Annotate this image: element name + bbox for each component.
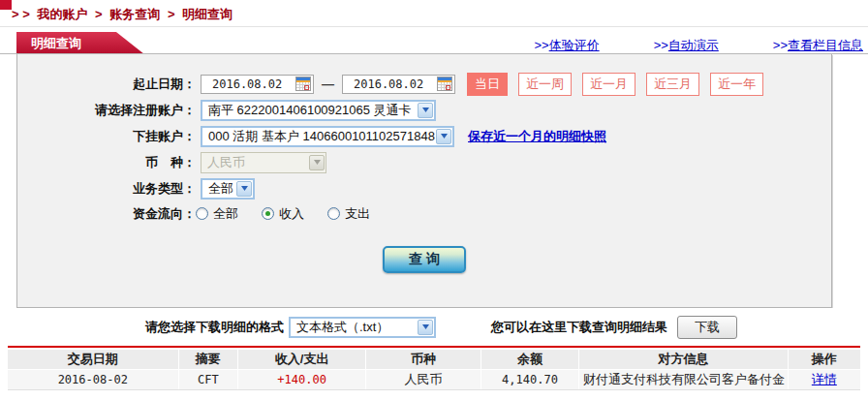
fund-flow-option-income[interactable]: 收入 <box>262 205 304 223</box>
divider <box>0 26 868 27</box>
link-column-info[interactable]: >>查看栏目信息 <box>773 37 863 54</box>
start-date-value: 2016.08.02 <box>212 77 282 91</box>
page: > > 我的账户 > 账务查询 > 明细查询 明细查询 >>体验评价 >>自动演… <box>0 0 868 400</box>
detail-link[interactable]: 详情 <box>812 372 837 386</box>
currency-label: 币 种： <box>17 154 196 171</box>
date-range-label: 起止日期： <box>17 76 196 93</box>
quick-today-button[interactable]: 当日 <box>467 73 508 96</box>
currency-value: 人民币 <box>202 154 251 171</box>
save-snapshot-link[interactable]: 保存近一个月的明细快照 <box>468 128 606 145</box>
registered-account-label: 请选择注册账户： <box>17 102 196 119</box>
header-links: >>体验评价 >>自动演示 >>查看栏目信息 <box>534 37 863 54</box>
breadcrumb-item-my-account[interactable]: 我的账户 <box>37 7 87 21</box>
radio-icon <box>327 207 340 220</box>
currency-select: 人民币 <box>201 152 326 173</box>
business-type-row: 业务类型： 全部 <box>17 175 831 201</box>
radio-icon <box>196 207 208 220</box>
tab-detail-query[interactable]: 明细查询 <box>16 32 144 54</box>
download-format-select[interactable]: 文本格式（.txt） <box>289 317 436 338</box>
quick-week-button[interactable]: 近一周 <box>518 73 572 96</box>
currency-row: 币 种： 人民币 <box>17 149 831 175</box>
registered-account-select[interactable]: 南平 6222001406100921065 灵通卡 <box>201 100 436 121</box>
result-table: 交易日期 摘要 收入/支出 币种 余额 对方信息 操作 2016-08-02 C… <box>8 346 860 390</box>
download-button[interactable]: 下载 <box>677 316 737 339</box>
breadcrumb: > > 我的账户 > 账务查询 > 明细查询 <box>12 6 236 23</box>
breadcrumb-separator: > <box>168 7 175 21</box>
table-header-row: 交易日期 摘要 收入/支出 币种 余额 对方信息 操作 <box>8 350 860 370</box>
breadcrumb-item-account-query[interactable]: 账务查询 <box>109 7 160 21</box>
business-type-label: 业务类型： <box>17 180 196 198</box>
col-header-currency: 币种 <box>366 350 481 370</box>
radio-checked-icon <box>262 207 274 220</box>
date-range-separator: — <box>322 77 334 91</box>
chevron-down-icon <box>436 129 451 144</box>
breadcrumb-prefix: > > <box>12 7 30 21</box>
end-date-input[interactable]: 2016.08.02 <box>342 75 455 94</box>
cell-summary: CFT <box>178 370 238 390</box>
sub-account-value: 000 活期 基本户 1406600101102571848 <box>202 128 436 145</box>
chevron-down-icon <box>309 155 325 170</box>
chevron-down-icon <box>418 103 433 118</box>
query-form: 起止日期： 2016.08.02 — 2016.08.02 当日 近一周 近一月… <box>16 54 832 308</box>
submit-row: 查 询 <box>17 246 831 273</box>
date-range-row: 起止日期： 2016.08.02 — 2016.08.02 当日 近一周 近一月… <box>17 71 831 97</box>
fund-flow-label: 资金流向： <box>17 205 196 223</box>
corner-decoration <box>0 0 12 10</box>
quick-month-button[interactable]: 近一月 <box>582 73 636 96</box>
cell-currency: 人民币 <box>366 370 481 390</box>
calendar-icon[interactable] <box>437 77 452 91</box>
quick-year-button[interactable]: 近一年 <box>710 73 763 96</box>
col-header-income-expense: 收入/支出 <box>238 350 366 370</box>
cell-trade-date: 2016-08-02 <box>8 370 178 390</box>
sub-account-select[interactable]: 000 活期 基本户 1406600101102571848 <box>201 126 454 147</box>
link-auto-demo[interactable]: >>自动演示 <box>654 37 719 54</box>
download-hint: 您可以在这里下载查询明细结果 <box>491 319 667 336</box>
cell-amount: +140.00 <box>238 370 366 390</box>
sub-account-label: 下挂账户： <box>17 128 196 145</box>
download-format-value: 文本格式（.txt） <box>291 319 394 336</box>
quick-quarter-button[interactable]: 近三月 <box>646 73 699 96</box>
chevron-down-icon <box>418 320 433 335</box>
breadcrumb-item-detail-query[interactable]: 明细查询 <box>182 7 232 21</box>
business-type-value: 全部 <box>202 180 236 198</box>
col-header-summary: 摘要 <box>178 350 238 370</box>
fund-flow-option-all[interactable]: 全部 <box>196 205 238 223</box>
col-header-action: 操作 <box>788 350 860 370</box>
col-header-trade-date: 交易日期 <box>8 350 178 370</box>
col-header-balance: 余额 <box>480 350 578 370</box>
query-button[interactable]: 查 询 <box>383 246 466 273</box>
business-type-select[interactable]: 全部 <box>201 178 255 200</box>
cell-balance: 4,140.70 <box>480 370 578 390</box>
link-experience-feedback[interactable]: >>体验评价 <box>534 37 599 54</box>
registered-account-value: 南平 6222001406100921065 灵通卡 <box>202 102 418 119</box>
table-row: 2016-08-02 CFT +140.00 人民币 4,140.70 财付通支… <box>8 370 860 390</box>
cell-counterparty: 财付通支付科技有限公司客户备付金 <box>579 370 789 390</box>
breadcrumb-separator: > <box>95 7 103 21</box>
registered-account-row: 请选择注册账户： 南平 6222001406100921065 灵通卡 <box>17 97 831 123</box>
end-date-value: 2016.08.02 <box>354 77 423 91</box>
start-date-input[interactable]: 2016.08.02 <box>201 75 314 94</box>
calendar-icon[interactable] <box>295 77 311 91</box>
download-row: 请您选择下载明细的格式 文本格式（.txt） 您可以在这里下载查询明细结果 下载 <box>0 308 868 346</box>
sub-account-row: 下挂账户： 000 活期 基本户 1406600101102571848 保存近… <box>17 123 831 149</box>
download-format-label: 请您选择下载明细的格式 <box>145 319 284 336</box>
table-top-rule <box>8 346 860 348</box>
fund-flow-option-expense[interactable]: 支出 <box>327 205 370 223</box>
col-header-counterparty: 对方信息 <box>579 350 789 370</box>
quick-range-buttons: 当日 近一周 近一月 近三月 近一年 <box>467 73 763 96</box>
fund-flow-row: 资金流向： 全部 收入 支出 <box>17 201 831 226</box>
chevron-down-icon <box>236 181 252 197</box>
